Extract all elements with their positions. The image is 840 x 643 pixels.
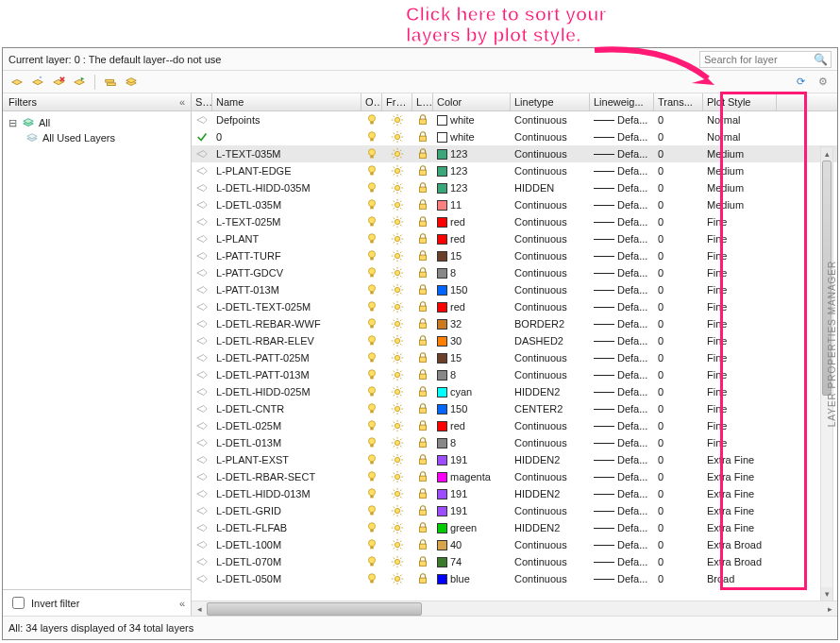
bulb-icon[interactable] xyxy=(361,368,382,381)
table-row[interactable]: L-DETL-PATT-025M15ContinuousDefa...0Fine xyxy=(192,349,837,366)
linetype-cell[interactable]: Continuous xyxy=(511,148,590,160)
transparency-cell[interactable]: 0 xyxy=(654,318,703,330)
table-row[interactable]: L-DETL-035M11ContinuousDefa...0Medium xyxy=(192,196,837,213)
lock-icon[interactable] xyxy=(412,266,433,279)
color-cell[interactable]: cyan xyxy=(433,386,511,398)
bulb-icon[interactable] xyxy=(361,436,382,449)
color-cell[interactable]: white xyxy=(433,131,511,143)
lineweight-cell[interactable]: Defa... xyxy=(590,505,654,516)
sun-icon[interactable] xyxy=(382,368,412,381)
sun-icon[interactable] xyxy=(382,198,412,212)
table-row[interactable]: L-DETL-FLFABgreenHIDDEN2Defa...0Extra Fi… xyxy=(192,519,837,536)
linetype-cell[interactable]: Continuous xyxy=(511,267,590,279)
plotstyle-cell[interactable]: Extra Broad xyxy=(703,539,777,550)
sun-icon[interactable] xyxy=(382,538,412,551)
table-row[interactable]: L-DETL-025MredContinuousDefa...0Fine xyxy=(192,417,837,434)
sun-icon[interactable] xyxy=(382,266,412,279)
linetype-cell[interactable]: BORDER2 xyxy=(511,318,590,330)
sun-icon[interactable] xyxy=(382,164,412,178)
tree-node-all[interactable]: ⊟ All xyxy=(8,115,185,130)
transparency-cell[interactable]: 0 xyxy=(654,267,703,279)
lock-icon[interactable] xyxy=(412,147,433,161)
lineweight-cell[interactable]: Defa... xyxy=(590,284,654,296)
table-row[interactable]: L-DETL-100M40ContinuousDefa...0Extra Bro… xyxy=(192,536,837,553)
sun-icon[interactable] xyxy=(382,181,412,195)
table-row[interactable]: L-PLANTredContinuousDefa...0Fine xyxy=(192,230,837,247)
sun-icon[interactable] xyxy=(382,334,412,347)
sun-icon[interactable] xyxy=(382,215,412,228)
table-row[interactable]: L-DETL-CNTR150CENTER2Defa...0Fine xyxy=(192,400,837,417)
color-cell[interactable]: 15 xyxy=(433,250,511,262)
lock-icon[interactable] xyxy=(412,283,433,296)
plotstyle-cell[interactable]: Fine xyxy=(703,352,777,364)
plotstyle-cell[interactable]: Fine xyxy=(703,403,777,415)
lineweight-cell[interactable]: Defa... xyxy=(590,318,654,330)
linetype-cell[interactable]: Continuous xyxy=(511,284,590,296)
plotstyle-cell[interactable]: Fine xyxy=(703,318,777,330)
table-row[interactable]: L-DETL-HIDD-013M191HIDDEN2Defa...0Extra … xyxy=(192,485,837,502)
lock-icon[interactable] xyxy=(412,453,433,466)
lineweight-cell[interactable]: Defa... xyxy=(590,573,654,584)
sun-icon[interactable] xyxy=(382,283,412,296)
linetype-cell[interactable]: DASHED2 xyxy=(511,335,590,347)
lock-icon[interactable] xyxy=(412,351,433,364)
color-cell[interactable]: 8 xyxy=(433,267,511,279)
linetype-cell[interactable]: Continuous xyxy=(511,573,590,584)
lineweight-cell[interactable]: Defa... xyxy=(590,301,654,313)
bulb-icon[interactable] xyxy=(361,334,382,347)
col-linetype[interactable]: Linetype xyxy=(511,93,590,110)
lineweight-cell[interactable]: Defa... xyxy=(590,556,654,567)
plotstyle-cell[interactable]: Medium xyxy=(703,182,777,194)
lineweight-cell[interactable]: Defa... xyxy=(590,352,654,364)
settings-button[interactable]: ⚙ xyxy=(815,74,832,91)
color-cell[interactable]: 150 xyxy=(433,403,511,415)
bulb-icon[interactable] xyxy=(361,402,382,415)
color-cell[interactable]: 123 xyxy=(433,148,511,160)
lock-icon[interactable] xyxy=(412,249,433,262)
transparency-cell[interactable]: 0 xyxy=(654,335,703,347)
bulb-icon[interactable] xyxy=(361,351,382,364)
search-input[interactable] xyxy=(699,51,832,68)
lock-icon[interactable] xyxy=(412,538,433,551)
table-row[interactable]: DefpointswhiteContinuousDefa...0Normal xyxy=(192,111,837,128)
color-cell[interactable]: 30 xyxy=(433,335,511,347)
plotstyle-cell[interactable]: Extra Fine xyxy=(703,454,777,465)
color-cell[interactable]: 11 xyxy=(433,199,511,211)
plotstyle-cell[interactable]: Extra Fine xyxy=(703,505,777,516)
new-layer-button[interactable] xyxy=(8,74,25,91)
bulb-icon[interactable] xyxy=(361,198,382,212)
h-scroll-thumb[interactable] xyxy=(207,602,422,616)
color-cell[interactable]: 74 xyxy=(433,556,511,567)
sun-icon[interactable] xyxy=(382,300,412,313)
color-cell[interactable]: red xyxy=(433,420,511,431)
col-color[interactable]: Color xyxy=(433,93,511,110)
lineweight-cell[interactable]: Defa... xyxy=(590,267,654,279)
plotstyle-cell[interactable]: Medium xyxy=(703,165,777,177)
linetype-cell[interactable]: Continuous xyxy=(511,301,590,313)
sun-icon[interactable] xyxy=(382,147,412,161)
lock-icon[interactable] xyxy=(412,521,433,534)
plotstyle-cell[interactable]: Fine xyxy=(703,386,777,398)
table-row[interactable]: L-DETL-PATT-013M8ContinuousDefa...0Fine xyxy=(192,366,837,383)
plotstyle-cell[interactable]: Fine xyxy=(703,216,777,228)
col-lineweight[interactable]: Lineweig... xyxy=(590,93,654,110)
lineweight-cell[interactable]: Defa... xyxy=(590,471,654,482)
new-layer-frozen-button[interactable]: * xyxy=(29,74,46,91)
plotstyle-cell[interactable]: Fine xyxy=(703,250,777,262)
scroll-right-icon[interactable]: ▸ xyxy=(822,602,837,616)
lineweight-cell[interactable]: Defa... xyxy=(590,369,654,381)
sun-icon[interactable] xyxy=(382,113,412,127)
bulb-icon[interactable] xyxy=(361,232,382,245)
bulb-icon[interactable] xyxy=(361,249,382,262)
table-row[interactable]: L-PLANT-EXST191HIDDEN2Defa...0Extra Fine xyxy=(192,451,837,468)
transparency-cell[interactable]: 0 xyxy=(654,403,703,415)
linetype-cell[interactable]: HIDDEN2 xyxy=(511,522,590,533)
col-on[interactable]: O... xyxy=(361,93,382,110)
table-row[interactable]: L-DETL-RBAR-SECTmagentaContinuousDefa...… xyxy=(192,468,837,485)
plotstyle-cell[interactable]: Normal xyxy=(703,114,777,126)
lock-icon[interactable] xyxy=(412,334,433,347)
lineweight-cell[interactable]: Defa... xyxy=(590,386,654,398)
linetype-cell[interactable]: Continuous xyxy=(511,471,590,482)
lock-icon[interactable] xyxy=(412,181,433,195)
table-row[interactable]: L-PLANT-EDGE123ContinuousDefa...0Medium xyxy=(192,162,837,179)
